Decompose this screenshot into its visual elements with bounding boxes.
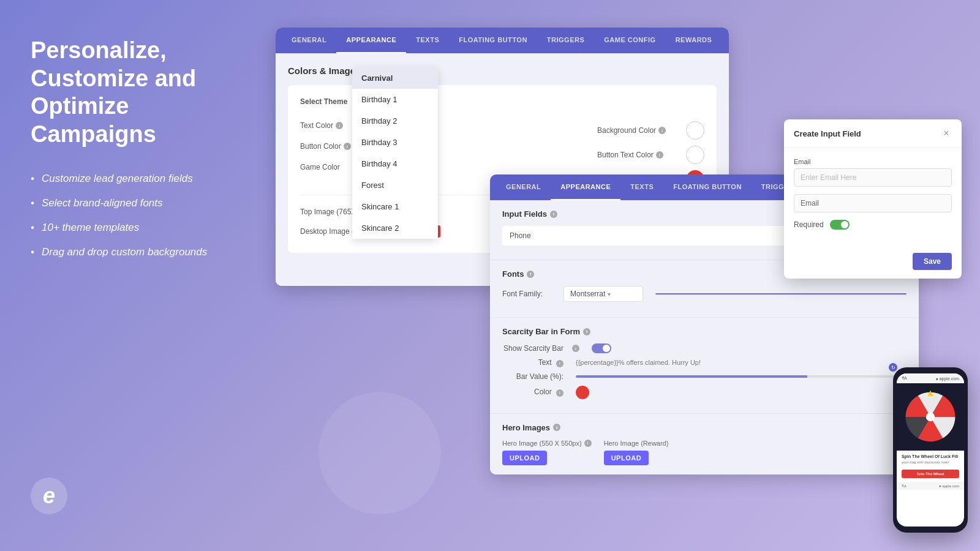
phone-bottom-left: ₹A	[902, 484, 907, 488]
modal-footer: Save	[784, 247, 962, 279]
theme-item-skincare2[interactable]: Skincare 2	[352, 217, 438, 239]
fonts-info-icon[interactable]: i	[527, 271, 534, 278]
scarcity-color-label: Color i	[502, 388, 564, 397]
scarcity-color-row: Color i	[502, 386, 907, 399]
right-panel: GENERAL APPEARANCE TEXTS FLOATING BUTTON…	[257, 0, 980, 551]
hero1-info-icon[interactable]: i	[584, 440, 592, 447]
logo-text: e	[43, 483, 55, 509]
email-input[interactable]	[794, 168, 952, 187]
type-field-group: Email	[794, 194, 952, 212]
modal-save-button[interactable]: Save	[913, 253, 952, 270]
tab2-texts[interactable]: TEXTS	[620, 174, 663, 200]
create-input-modal: Create Input Field × Email Email Require…	[784, 119, 962, 279]
scarcity-bar-label: Bar Value (%):	[502, 372, 564, 381]
modal-body: Email Email Required	[784, 148, 962, 247]
hero2-upload-button[interactable]: UPLOAD	[604, 451, 649, 465]
theme-item-birthday4[interactable]: Birthday 4	[352, 153, 438, 174]
scarcity-bar-row: Bar Value (%):	[502, 372, 907, 381]
theme-item-carnival[interactable]: Carnival	[352, 67, 438, 89]
type-select[interactable]: Email	[794, 194, 952, 212]
bullet-list: Customize lead generation fields Select …	[31, 167, 227, 264]
left-panel: Personalize, Customize and Optimize Camp…	[0, 0, 257, 551]
nav-tabs-main: GENERAL APPEARANCE TEXTS FLOATING BUTTON…	[276, 28, 729, 53]
show-scarcity-toggle[interactable]	[592, 343, 611, 353]
phone-bottom-right: ● apple.com	[939, 484, 959, 488]
modal-close-button[interactable]: ×	[941, 128, 952, 139]
left-content: Personalize, Customize and Optimize Camp…	[31, 37, 227, 264]
logo-area: e	[31, 478, 227, 514]
hero-item-1: Hero Image (550 X 550px) i UPLOAD	[502, 440, 592, 465]
bullet-item: 10+ theme templates	[31, 216, 227, 240]
hero2-label: Hero Image (Reward)	[604, 440, 669, 447]
hero-item-2: Hero Image (Reward) UPLOAD	[604, 440, 669, 465]
modal-title: Create Input Field	[794, 129, 861, 138]
tab2-floating-button[interactable]: FLOATING BUTTON	[663, 174, 752, 200]
tab2-appearance[interactable]: APPEARANCE	[551, 174, 620, 200]
button-text-color-swatch[interactable]	[686, 146, 704, 164]
required-label: Required	[794, 220, 824, 229]
theme-item-birthday2[interactable]: Birthday 2	[352, 110, 438, 132]
refresh-icon[interactable]: ↻	[889, 363, 897, 372]
theme-dropdown-menu: Carnival Birthday 1 Birthday 2 Birthday …	[352, 67, 438, 239]
scarcity-info-icon[interactable]: i	[583, 328, 590, 335]
tab-floating-button[interactable]: FLOATING BUTTON	[449, 28, 537, 53]
button-color-info-icon[interactable]: i	[344, 143, 351, 150]
show-scarcity-row: Show Scarcity Bar i	[502, 343, 907, 353]
select-theme-label: Select Theme	[300, 97, 347, 106]
background-color-swatch[interactable]	[686, 121, 704, 140]
svg-text:⚠: ⚠	[935, 405, 939, 410]
theme-item-birthday1[interactable]: Birthday 1	[352, 89, 438, 110]
scarcity-header: Scarcity Bar in Form i	[502, 327, 907, 336]
decorative-circle	[318, 392, 441, 514]
font-family-row: Font Family: Montserrat ▾	[502, 286, 907, 302]
scarcity-bar-slider[interactable]	[576, 375, 907, 378]
hero1-label: Hero Image (550 X 550px) i	[502, 440, 592, 447]
email-field-group: Email	[794, 158, 952, 187]
background-color-row: Background Color i	[597, 121, 704, 140]
phone-text-area: Spin The Wheel Of Luck Fill your bag wit…	[897, 451, 964, 482]
bullet-item: Select brand-aligned fonts	[31, 191, 227, 216]
phone-status-left: ₹A	[902, 376, 907, 381]
tab-triggers[interactable]: TRIGGERS	[537, 28, 594, 53]
hero1-upload-button[interactable]: UPLOAD	[502, 451, 547, 465]
hero-row: Hero Image (550 X 550px) i UPLOAD Hero I…	[502, 440, 907, 465]
email-label: Email	[794, 158, 952, 165]
phone-screen: ₹A ● apple.com	[897, 373, 964, 527]
tab-rewards[interactable]: REWARDS	[666, 28, 722, 53]
hero-header: Hero Images i	[502, 423, 907, 432]
hero-info-icon[interactable]: i	[553, 424, 560, 431]
background-color-label: Background Color i	[597, 126, 677, 135]
text-color-info-icon[interactable]: i	[336, 122, 343, 129]
phone-mockup: ₹A ● apple.com	[893, 367, 968, 533]
btn-txt-color-info-icon[interactable]: i	[656, 151, 663, 159]
phone-spin-button[interactable]: Spin The Wheel	[902, 470, 959, 478]
input-fields-info-icon[interactable]: i	[550, 211, 557, 218]
show-scarcity-label: Show Scarcity Bar	[502, 344, 564, 353]
tab2-general[interactable]: GENERAL	[496, 174, 551, 200]
scarcity-show-info-icon[interactable]: i	[572, 345, 579, 352]
tab-appearance[interactable]: APPEARANCE	[336, 28, 406, 53]
tab-game-config[interactable]: GAME CONFIG	[594, 28, 665, 53]
theme-item-forest[interactable]: Forest	[352, 174, 438, 196]
button-text-color-row: Button Text Color i	[597, 146, 704, 164]
font-family-select[interactable]: Montserrat ▾	[564, 286, 643, 302]
tab-extras[interactable]: EXTRAS	[722, 28, 729, 53]
phone-top-bar: ₹A ● apple.com	[897, 373, 964, 383]
phone-heading: Spin The Wheel Of Luck Fill	[902, 454, 959, 459]
tab-general[interactable]: GENERAL	[282, 28, 336, 53]
phone-status-right: ● apple.com	[936, 377, 959, 381]
theme-item-birthday3[interactable]: Birthday 3	[352, 132, 438, 153]
scarcity-color-info-icon[interactable]: i	[556, 389, 564, 397]
theme-item-skincare1[interactable]: Skincare 1	[352, 196, 438, 217]
scarcity-text-label: Text i	[502, 358, 564, 367]
scarcity-text-row: Text i {{percentage}}% offers claimed. H…	[502, 358, 907, 367]
scarcity-color-swatch[interactable]	[576, 386, 589, 399]
logo-circle: e	[31, 478, 67, 514]
phone-wheel-area: ⚠	[897, 383, 964, 451]
scarcity-text-info-icon[interactable]: i	[556, 360, 564, 367]
required-toggle[interactable]	[830, 220, 850, 230]
bg-color-info-icon[interactable]: i	[658, 127, 666, 134]
tab-texts[interactable]: TEXTS	[406, 28, 449, 53]
modal-header: Create Input Field ×	[784, 119, 962, 148]
hero-section: Hero Images i Hero Image (550 X 550px) i…	[490, 413, 919, 474]
